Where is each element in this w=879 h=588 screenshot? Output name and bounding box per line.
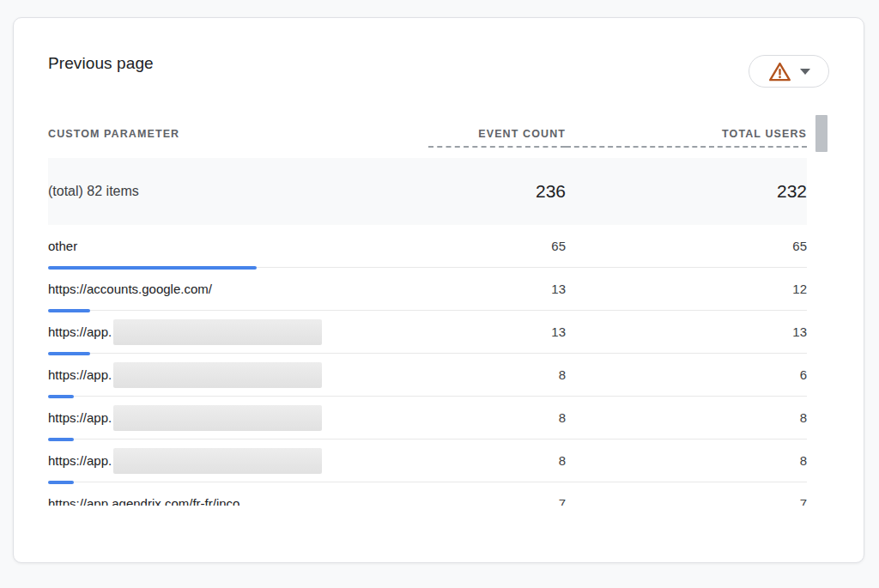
row-parameter-cell: https://app. (48, 405, 428, 431)
total-row: (total) 82 items 236 232 (48, 158, 807, 225)
column-header-total-users[interactable]: TOTAL USERS (566, 127, 807, 148)
warning-icon (768, 60, 791, 83)
row-event-count: 65 (428, 239, 566, 253)
table-header-row: CUSTOM PARAMETER EVENT COUNT TOTAL USERS (48, 127, 807, 148)
row-total-users: 12 (566, 282, 807, 296)
chevron-down-icon (800, 69, 810, 75)
row-parameter-cell: https://app. (48, 448, 428, 474)
redacted-text-placeholder (113, 448, 322, 474)
redacted-text-placeholder (113, 362, 322, 388)
column-header-custom-parameter[interactable]: CUSTOM PARAMETER (48, 127, 428, 148)
table-row: https://accounts.google.com/ 13 12 (48, 268, 807, 311)
row-total-users: 8 (566, 410, 807, 425)
warning-dropdown-button[interactable] (749, 55, 829, 88)
total-users-count: 232 (566, 181, 807, 202)
table-row: https://app. 8 8 (48, 397, 807, 439)
table-row: other 65 65 (48, 225, 807, 268)
total-event-count: 236 (428, 181, 566, 202)
row-event-count: 8 (428, 410, 566, 425)
card-header: Previous page (14, 18, 864, 88)
column-header-event-count[interactable]: EVENT COUNT (428, 127, 566, 148)
table-row: https://app. 13 13 (48, 311, 807, 354)
row-total-users: 7 (566, 496, 807, 506)
row-total-users: 8 (566, 453, 807, 468)
row-parameter: https://app. (48, 410, 112, 425)
row-event-count: 13 (428, 282, 566, 296)
previous-page-table: CUSTOM PARAMETER EVENT COUNT TOTAL USERS… (48, 127, 807, 506)
table-row: https://app.agendrix.com/fr-fr/inco 7 7 (48, 482, 807, 506)
row-parameter: https://app. (48, 324, 112, 339)
redacted-text-placeholder (113, 405, 322, 431)
row-total-users: 65 (566, 239, 807, 253)
row-event-count: 8 (428, 367, 566, 382)
row-parameter-cell: other (48, 239, 428, 253)
row-total-users: 13 (566, 324, 807, 339)
row-event-count: 8 (428, 453, 566, 468)
scrollbar-thumb[interactable] (815, 115, 827, 152)
row-parameter: https://accounts.google.com/ (48, 282, 212, 296)
table-row: https://app. 8 8 (48, 439, 807, 482)
row-parameter: https://app.agendrix.com/fr-fr/inco (48, 496, 239, 506)
row-total-users: 6 (566, 367, 807, 382)
row-parameter: other (48, 239, 77, 253)
previous-page-card: Previous page CUSTOM PARAMETER EVENT COU… (13, 17, 864, 563)
redacted-text-placeholder (113, 319, 322, 345)
row-parameter: https://app. (48, 453, 112, 468)
table-body: other 65 65 https://accounts.google.com/… (48, 225, 807, 506)
row-parameter-cell: https://accounts.google.com/ (48, 282, 428, 296)
row-parameter-cell: https://app. (48, 319, 428, 345)
page: Previous page CUSTOM PARAMETER EVENT COU… (0, 0, 879, 588)
card-title: Previous page (48, 52, 154, 75)
row-event-count: 7 (428, 496, 566, 506)
total-row-label: (total) 82 items (48, 184, 428, 199)
row-parameter-cell: https://app.agendrix.com/fr-fr/inco (48, 496, 428, 506)
row-parameter: https://app. (48, 367, 112, 382)
row-event-count: 13 (428, 324, 566, 339)
table-row: https://app. 8 6 (48, 354, 807, 397)
row-parameter-cell: https://app. (48, 362, 428, 388)
